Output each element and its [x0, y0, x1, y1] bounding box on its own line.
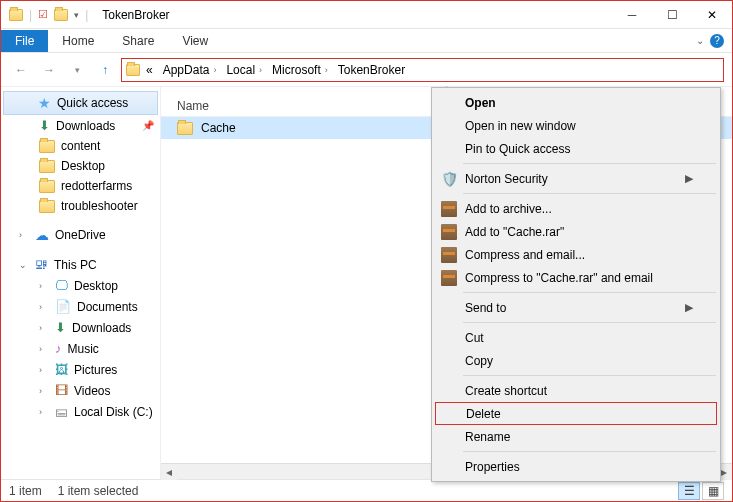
menu-create-shortcut[interactable]: Create shortcut — [435, 379, 717, 402]
file-name: Cache — [201, 121, 236, 135]
qat-properties-icon[interactable]: ☑ — [38, 8, 48, 21]
menu-add-cache-rar[interactable]: Add to "Cache.rar" — [435, 220, 717, 243]
sidebar-item-troubleshooter[interactable]: troubleshooter — [1, 196, 160, 216]
menu-open[interactable]: Open — [435, 91, 717, 114]
menu-compress-cache-email[interactable]: Compress to "Cache.rar" and email — [435, 266, 717, 289]
menu-pin-quickaccess[interactable]: Pin to Quick access — [435, 137, 717, 160]
archive-icon — [441, 247, 457, 263]
breadcrumb-segment[interactable]: AppData› — [159, 61, 221, 79]
tab-home[interactable]: Home — [48, 30, 108, 52]
sidebar-item-thispc[interactable]: ⌄🖳This PC — [1, 254, 160, 275]
sidebar-item-desktop[interactable]: ›🖵Desktop — [1, 275, 160, 296]
folder-icon — [39, 180, 55, 193]
sidebar-item-pictures[interactable]: ›🖼Pictures — [1, 359, 160, 380]
help-icon[interactable]: ? — [710, 34, 724, 48]
status-selected-count: 1 item selected — [58, 484, 139, 498]
content-area: ⌃ Name Cache ◂ ▸ Open Open in new window… — [161, 87, 732, 479]
chevron-right-icon: › — [19, 230, 29, 240]
window-title: TokenBroker — [96, 8, 612, 22]
document-icon: 📄 — [55, 299, 71, 314]
sidebar-item-content[interactable]: content — [1, 136, 160, 156]
sidebar-item-desktop[interactable]: Desktop — [1, 156, 160, 176]
pin-icon: 📌 — [142, 120, 154, 131]
sidebar-item-label: Quick access — [57, 96, 128, 110]
sidebar-item-videos[interactable]: ›🎞Videos — [1, 380, 160, 401]
ribbon-expand-icon[interactable]: ⌄ — [696, 35, 704, 46]
breadcrumb-segment[interactable]: Microsoft› — [268, 61, 332, 79]
tab-share[interactable]: Share — [108, 30, 168, 52]
download-icon: ⬇ — [39, 118, 50, 133]
shield-icon: 🛡️ — [440, 170, 458, 188]
menu-cut[interactable]: Cut — [435, 326, 717, 349]
sidebar-item-redotterfarms[interactable]: redotterfarms — [1, 176, 160, 196]
pc-icon: 🖳 — [35, 257, 48, 272]
menu-norton[interactable]: 🛡️Norton Security▶ — [435, 167, 717, 190]
menu-send-to[interactable]: Send to▶ — [435, 296, 717, 319]
sidebar-item-onedrive[interactable]: ›☁OneDrive — [1, 224, 160, 246]
menu-rename[interactable]: Rename — [435, 425, 717, 448]
menu-separator — [463, 292, 716, 293]
menu-open-new-window[interactable]: Open in new window — [435, 114, 717, 137]
folder-icon — [39, 200, 55, 213]
menu-add-archive[interactable]: Add to archive... — [435, 197, 717, 220]
breadcrumb-segment[interactable]: TokenBroker — [334, 61, 409, 79]
folder-icon — [39, 140, 55, 153]
app-icon — [9, 9, 23, 21]
archive-icon — [441, 201, 457, 217]
download-icon: ⬇ — [55, 320, 66, 335]
archive-icon — [441, 224, 457, 240]
cloud-icon: ☁ — [35, 227, 49, 243]
desktop-icon: 🖵 — [55, 278, 68, 293]
video-icon: 🎞 — [55, 383, 68, 398]
star-icon: ★ — [38, 95, 51, 111]
address-bar: ← → ▾ ↑ « AppData› Local› Microsoft› Tok… — [1, 53, 732, 87]
folder-icon — [39, 160, 55, 173]
sidebar-item-downloads[interactable]: ›⬇Downloads — [1, 317, 160, 338]
forward-button[interactable]: → — [37, 58, 61, 82]
view-thumbnails-button[interactable]: ▦ — [702, 482, 724, 500]
status-item-count: 1 item — [9, 484, 42, 498]
recent-dropdown-icon[interactable]: ▾ — [65, 58, 89, 82]
qat-newfolder-icon[interactable] — [54, 9, 68, 21]
archive-icon — [441, 270, 457, 286]
maximize-button[interactable]: ☐ — [652, 1, 692, 29]
tab-file[interactable]: File — [1, 30, 48, 52]
breadcrumb[interactable]: « AppData› Local› Microsoft› TokenBroker — [121, 58, 724, 82]
menu-separator — [463, 375, 716, 376]
titlebar: | ☑ ▾ | TokenBroker ─ ☐ ✕ — [1, 1, 732, 29]
breadcrumb-overflow[interactable]: « — [142, 61, 157, 79]
music-icon: ♪ — [55, 341, 62, 356]
scroll-left-icon[interactable]: ◂ — [161, 464, 177, 480]
menu-separator — [463, 163, 716, 164]
qat-separator: | — [29, 8, 32, 22]
close-button[interactable]: ✕ — [692, 1, 732, 29]
picture-icon: 🖼 — [55, 362, 68, 377]
navigation-pane: ★ Quick access ⬇Downloads📌 content Deskt… — [1, 87, 161, 479]
view-details-button[interactable]: ☰ — [678, 482, 700, 500]
menu-separator — [463, 322, 716, 323]
breadcrumb-icon — [126, 64, 140, 76]
chevron-down-icon: ⌄ — [19, 260, 29, 270]
menu-separator — [463, 193, 716, 194]
qat-dropdown-icon[interactable]: ▾ — [74, 10, 79, 20]
back-button[interactable]: ← — [9, 58, 33, 82]
qat-separator: | — [85, 8, 88, 22]
menu-compress-email[interactable]: Compress and email... — [435, 243, 717, 266]
breadcrumb-segment[interactable]: Local› — [222, 61, 266, 79]
sidebar-item-documents[interactable]: ›📄Documents — [1, 296, 160, 317]
disk-icon: 🖴 — [55, 404, 68, 419]
statusbar: 1 item 1 item selected ☰ ▦ — [1, 479, 732, 501]
up-button[interactable]: ↑ — [93, 58, 117, 82]
sidebar-item-quickaccess[interactable]: ★ Quick access — [3, 91, 158, 115]
folder-icon — [177, 122, 193, 135]
sidebar-item-localdisk[interactable]: ›🖴Local Disk (C:) — [1, 401, 160, 422]
tab-view[interactable]: View — [168, 30, 222, 52]
sidebar-item-music[interactable]: ›♪Music — [1, 338, 160, 359]
chevron-right-icon: ▶ — [685, 301, 693, 314]
minimize-button[interactable]: ─ — [612, 1, 652, 29]
menu-separator — [463, 451, 716, 452]
menu-properties[interactable]: Properties — [435, 455, 717, 478]
sidebar-item-downloads[interactable]: ⬇Downloads📌 — [1, 115, 160, 136]
menu-copy[interactable]: Copy — [435, 349, 717, 372]
menu-delete[interactable]: Delete — [435, 402, 717, 425]
